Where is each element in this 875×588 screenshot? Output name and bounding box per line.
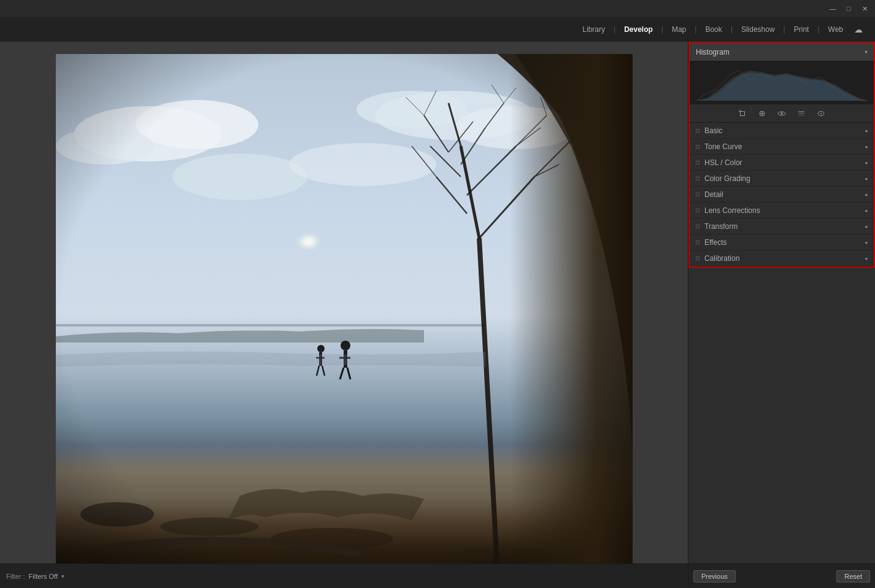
transform-label: Transform <box>704 222 738 231</box>
panel-item-hsl-color[interactable]: HSL / Color ◂ <box>690 155 874 171</box>
panel-item-calibration[interactable]: Calibration ◂ <box>690 250 874 266</box>
maximize-button[interactable]: □ <box>844 4 853 13</box>
nav-separator-4: | <box>731 25 733 34</box>
photo-container <box>56 54 633 576</box>
panel-item-detail[interactable]: Detail ◂ <box>690 187 874 203</box>
detail-label: Detail <box>704 190 723 199</box>
panel-item-color-grading[interactable]: Color Grading ◂ <box>690 171 874 187</box>
detail-toggle <box>696 193 700 196</box>
detail-arrow: ◂ <box>865 191 868 198</box>
previous-button[interactable]: Previous <box>693 570 736 582</box>
svg-rect-50 <box>740 110 741 116</box>
crop-tool-icon[interactable] <box>737 108 748 119</box>
filter-label: Filter : <box>6 573 25 580</box>
effects-arrow: ◂ <box>865 239 868 246</box>
radial-tool-icon[interactable] <box>815 108 827 119</box>
histogram-expand-icon[interactable]: ▾ <box>865 48 868 55</box>
nav-item-slideshow[interactable]: Slideshow <box>736 23 780 36</box>
nav-item-print[interactable]: Print <box>789 23 814 36</box>
redeye-tool-icon[interactable] <box>776 108 787 119</box>
hsl-color-toggle <box>696 161 700 164</box>
beach-photo <box>56 54 633 576</box>
lens-corrections-arrow: ◂ <box>865 207 868 214</box>
svg-point-63 <box>820 113 822 114</box>
panel-item-transform[interactable]: Transform ◂ <box>690 219 874 234</box>
bottom-bar: Filter : Filters Off ▾ <box>0 563 688 588</box>
main-area: Histogram ▾ <box>0 42 875 588</box>
effects-label: Effects <box>704 238 727 247</box>
nav-separator-5: | <box>784 25 785 34</box>
tools-bar <box>690 104 874 123</box>
basic-arrow: ◂ <box>865 128 868 134</box>
nav-separator-3: | <box>695 25 696 34</box>
svg-line-34 <box>596 100 608 115</box>
svg-rect-52 <box>744 111 745 116</box>
photo-area <box>0 42 688 588</box>
lens-corrections-toggle <box>696 209 700 212</box>
svg-line-17 <box>534 164 559 177</box>
right-panel-empty <box>688 268 875 563</box>
close-button[interactable]: ✕ <box>860 4 869 13</box>
color-grading-arrow: ◂ <box>865 176 868 182</box>
calibration-arrow: ◂ <box>865 255 868 261</box>
color-grading-toggle <box>696 177 700 180</box>
filter-value[interactable]: Filters Off <box>29 573 58 580</box>
svg-line-15 <box>534 140 571 177</box>
cloud-icon[interactable]: ☁ <box>854 25 863 34</box>
top-navigation: Library | Develop | Map | Book | Slidesh… <box>0 17 875 42</box>
hsl-color-label: HSL / Color <box>704 158 742 167</box>
panel-item-effects[interactable]: Effects ◂ <box>690 234 874 250</box>
svg-point-58 <box>781 112 783 115</box>
heal-tool-icon[interactable] <box>757 108 768 119</box>
photo-svg-overlay <box>56 54 633 576</box>
reset-button[interactable]: Reset <box>836 570 870 582</box>
panel-items: Basic ◂ Tone Curve ◂ HSL / Color ◂ Color… <box>690 123 874 266</box>
histogram-title: Histogram <box>696 48 730 56</box>
filter-dropdown-icon[interactable]: ▾ <box>61 573 64 579</box>
nav-item-develop[interactable]: Develop <box>619 23 658 36</box>
gradient-tool-icon[interactable] <box>796 108 807 119</box>
nav-item-web[interactable]: Web <box>823 23 848 36</box>
histogram-chart <box>690 61 874 104</box>
tone-curve-label: Tone Curve <box>704 142 742 151</box>
minimize-button[interactable]: — <box>828 4 837 13</box>
transform-toggle <box>696 225 700 228</box>
nav-separator-6: | <box>817 25 819 34</box>
svg-line-32 <box>541 97 547 115</box>
histogram-display <box>690 61 874 104</box>
bottom-left: Filter : Filters Off ▾ <box>6 573 64 580</box>
svg-line-33 <box>584 97 596 115</box>
nav-item-library[interactable]: Library <box>577 23 610 36</box>
svg-line-16 <box>571 115 596 140</box>
nav-item-map[interactable]: Map <box>667 23 691 36</box>
calibration-toggle <box>696 257 700 260</box>
color-grading-label: Color Grading <box>704 174 750 183</box>
nav-item-book[interactable]: Book <box>700 23 727 36</box>
basic-label: Basic <box>704 126 722 135</box>
svg-rect-48 <box>56 54 633 576</box>
basic-toggle <box>696 129 700 133</box>
svg-rect-53 <box>739 111 744 112</box>
right-panel-bottom-bar: Previous Reset <box>688 563 875 588</box>
svg-line-20 <box>516 128 541 146</box>
histogram-section: Histogram ▾ <box>688 42 875 268</box>
nav-separator-1: | <box>614 25 615 34</box>
transform-arrow: ◂ <box>865 223 868 230</box>
tone-curve-arrow: ◂ <box>865 144 868 150</box>
svg-line-19 <box>516 115 547 146</box>
title-bar: — □ ✕ <box>0 0 875 17</box>
effects-toggle <box>696 241 700 244</box>
panel-item-lens-corrections[interactable]: Lens Corrections ◂ <box>690 203 874 219</box>
panel-item-basic[interactable]: Basic ◂ <box>690 123 874 139</box>
panel-item-tone-curve[interactable]: Tone Curve ◂ <box>690 139 874 155</box>
tone-curve-toggle <box>696 145 700 149</box>
lens-corrections-label: Lens Corrections <box>704 206 760 215</box>
calibration-label: Calibration <box>704 254 739 263</box>
right-panel: Histogram ▾ <box>688 42 875 588</box>
svg-rect-51 <box>740 115 745 116</box>
nav-separator-2: | <box>661 25 663 34</box>
hsl-color-arrow: ◂ <box>865 160 868 166</box>
histogram-header[interactable]: Histogram ▾ <box>690 43 874 61</box>
